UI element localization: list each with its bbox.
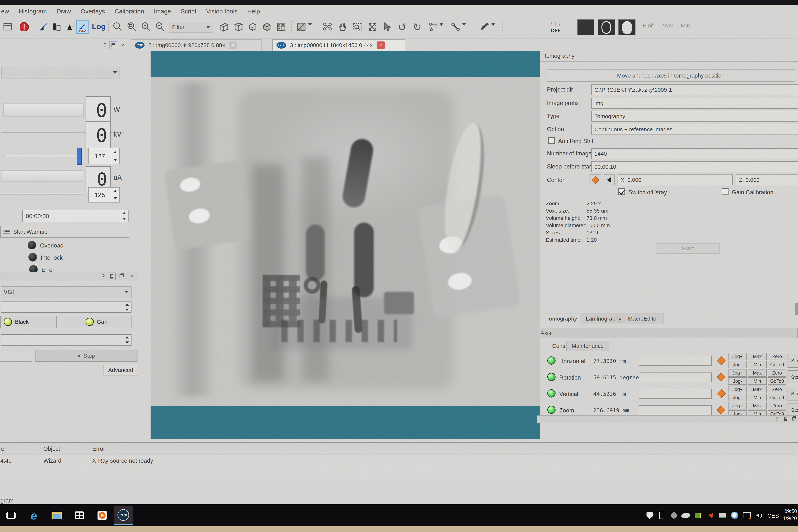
jog-plus-button[interactable]: Jog+ (728, 353, 747, 360)
sleep-before-start-field[interactable]: 00:00:10 (591, 162, 798, 172)
xray-warning-stop-icon[interactable] (18, 20, 30, 34)
switch-off-xray-checkbox[interactable] (618, 188, 625, 195)
max-label[interactable]: Max (662, 22, 673, 29)
zero-button[interactable]: Zero (768, 369, 786, 377)
max-button[interactable]: Max (748, 402, 767, 410)
levels-icon[interactable] (37, 20, 50, 34)
image-prefix-field[interactable]: img (591, 98, 798, 109)
kv-slider-track[interactable] (3, 155, 79, 157)
center-back-button[interactable] (604, 174, 614, 185)
measure-dropdown-icon[interactable] (439, 26, 443, 29)
histogram-icon[interactable] (51, 20, 63, 34)
windows-store-icon[interactable] (73, 509, 86, 522)
emit-label[interactable]: Emit (643, 22, 654, 29)
cube-front-icon[interactable] (218, 20, 230, 34)
menu-item-view-partial[interactable]: ew (1, 8, 9, 15)
line-measure-dropdown-icon[interactable] (462, 26, 466, 29)
min-label[interactable]: Min (681, 22, 690, 29)
spin-up-icon[interactable] (111, 188, 119, 195)
annotate-pen-icon[interactable] (478, 20, 491, 34)
language-indicator[interactable]: CES (767, 513, 779, 519)
image-tab-2[interactable]: PDX 2 : img00000.tif 920x728 0.88x × (131, 39, 262, 51)
alert-arrow-icon[interactable] (706, 511, 715, 520)
key-security-icon[interactable] (730, 511, 739, 520)
zxy-axes-icon[interactable]: ZXY (275, 20, 287, 34)
sync-histogram-icon[interactable]: SYNC (76, 20, 89, 34)
menu-item-vision-tools[interactable]: Vision tools (206, 8, 238, 15)
anti-ring-shift-checkbox[interactable] (548, 137, 555, 144)
pdx-app-taskbar-button[interactable]: PDX (114, 506, 133, 525)
move-lock-axes-button[interactable]: Move and lock axes in tomography positio… (547, 70, 795, 82)
axis-stop-button[interactable]: Stop (787, 403, 798, 417)
ua-slider-track[interactable] (1, 193, 83, 195)
axis-target-input[interactable] (639, 389, 712, 399)
menu-item-script[interactable]: Script (180, 8, 196, 15)
cube-top-icon[interactable] (232, 20, 245, 34)
roi-marquee-icon[interactable] (351, 20, 363, 34)
number-of-images-field[interactable]: 1440 (591, 148, 798, 159)
redo-icon[interactable]: ↻ (411, 20, 423, 34)
undo-icon[interactable]: ↺ (396, 20, 408, 34)
zoom-in-icon[interactable] (140, 20, 152, 34)
preview-thumbnail-outline[interactable] (598, 19, 615, 35)
spin-up-icon[interactable] (123, 302, 131, 307)
axis-diamond-icon[interactable] (717, 356, 726, 365)
pointer-select-icon[interactable] (381, 20, 393, 34)
splitter-handle[interactable] (795, 303, 798, 315)
log-scale-button[interactable]: Log (92, 22, 106, 31)
notification-center-icon[interactable] (788, 493, 797, 502)
spin-up-icon[interactable] (111, 148, 119, 156)
kv-slider-handle[interactable] (77, 148, 82, 165)
goto0-button[interactable]: GoTo0 (768, 394, 786, 401)
menu-item-calibration[interactable]: Calibration (115, 8, 144, 15)
min-button[interactable]: Min (748, 377, 767, 385)
ua-setpoint-spinner[interactable]: 125 (88, 187, 119, 203)
menu-item-help[interactable]: Help (247, 8, 260, 15)
image-tab-3-active[interactable]: PDX 3 : img00000.tif 1840x1456 0.44x × (272, 39, 405, 51)
menu-item-draw[interactable]: Draw (57, 8, 71, 15)
axis-target-input[interactable] (639, 373, 712, 382)
battery-icon[interactable] (658, 511, 666, 520)
axis-stop-button[interactable]: Stop (787, 387, 798, 400)
pan-hand-icon[interactable] (336, 20, 348, 34)
type-dropdown[interactable]: Tomography (591, 111, 798, 122)
tab-3-close-icon[interactable]: × (377, 41, 385, 49)
axis-stop-button[interactable]: Stop (787, 370, 798, 384)
menu-item-overlays[interactable]: Overlays (81, 8, 105, 15)
annotate-dropdown-icon[interactable] (491, 26, 495, 29)
tab-laminography[interactable]: Laminography (581, 313, 627, 324)
axis-diamond-icon[interactable] (717, 389, 726, 398)
jog-plus-button[interactable]: Jog+ (728, 385, 747, 393)
tab-tomography[interactable]: Tomography (541, 313, 582, 324)
menu-item-histogram[interactable]: Histogram (19, 8, 47, 15)
goto0-button[interactable]: GoTo0 (768, 361, 786, 368)
project-dir-field[interactable]: C:\PROJEKTY\zakazky\1009-1 (591, 84, 798, 95)
max-button[interactable]: Max (748, 369, 767, 377)
dock-help-button[interactable]: ? (101, 41, 109, 49)
goto0-button[interactable]: GoTo0 (768, 377, 786, 385)
gain-calibration-checkbox[interactable] (722, 188, 728, 195)
gain-calibration-button[interactable]: Gain (63, 316, 132, 328)
mouse-settings-icon[interactable] (670, 511, 678, 520)
zoom-100-icon[interactable]: 1 (111, 20, 124, 34)
axis-target-input[interactable] (639, 356, 712, 366)
axis-pin-button[interactable] (782, 415, 790, 422)
detector-aux-button[interactable] (0, 350, 32, 362)
panel-float-button[interactable] (117, 272, 125, 280)
axis-diamond-icon[interactable] (717, 405, 726, 415)
cube-z-icon[interactable]: Z (247, 20, 259, 34)
gradient-lut-icon[interactable] (295, 20, 307, 34)
file-explorer-icon[interactable] (50, 509, 63, 522)
axis-target-input[interactable] (639, 405, 712, 415)
nvidia-settings-icon[interactable] (694, 511, 703, 520)
min-button[interactable]: Min (748, 394, 767, 401)
detector-dropdown[interactable]: VG1 (1, 286, 132, 298)
new-window-icon[interactable] (1, 20, 14, 34)
start-warmup-button[interactable]: OFF Start Warmup (0, 226, 129, 238)
zero-button[interactable]: Zero (768, 385, 786, 393)
zero-button[interactable]: Zero (768, 353, 786, 360)
zero-button[interactable]: Zero (768, 402, 786, 410)
menu-item-image[interactable]: Image (154, 8, 171, 15)
panel-close-button[interactable]: × (128, 272, 136, 280)
min-button[interactable]: Min (748, 361, 767, 368)
